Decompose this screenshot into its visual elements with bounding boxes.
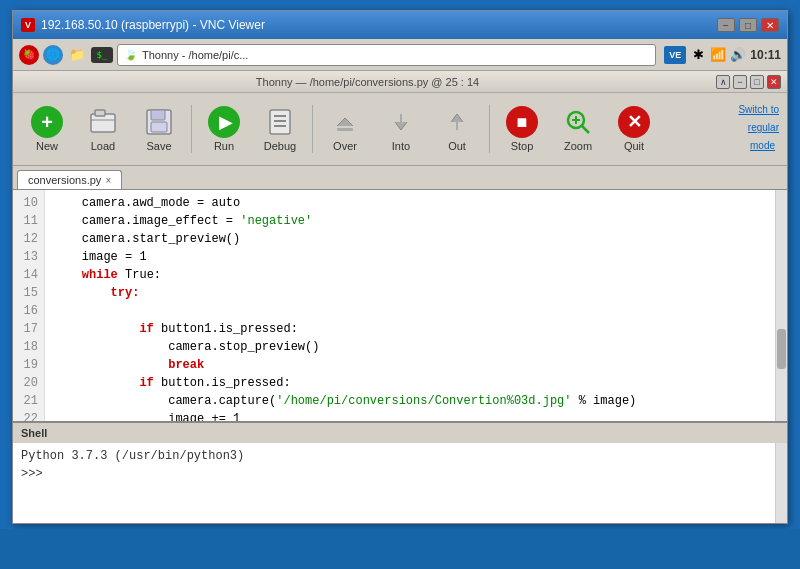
- scrollbar-thumb: [777, 329, 786, 369]
- out-button[interactable]: Out: [431, 97, 483, 161]
- vnc-tray-icon: VE: [664, 46, 686, 64]
- wifi-icon: 📶: [710, 47, 726, 63]
- switch-mode-link[interactable]: Switch to regular mode: [734, 102, 779, 153]
- into-label: Into: [392, 140, 410, 152]
- editor-area: 10 11 12 13 14 15 16 17 18 19 20 21 22 2…: [13, 190, 787, 421]
- over-icon: [329, 106, 361, 138]
- switch-mode-area: Switch to regular mode: [707, 93, 787, 159]
- over-label: Over: [333, 140, 357, 152]
- vnc-close-button[interactable]: ✕: [761, 18, 779, 32]
- vnc-icon: V: [21, 18, 35, 32]
- load-label: Load: [91, 140, 115, 152]
- volume-icon: 🔊: [730, 47, 746, 63]
- over-button[interactable]: Over: [319, 97, 371, 161]
- thonny-topbar: 🍓 🌐 📁 $_ 🍃 Thonny - /home/pi/c...: [13, 39, 787, 71]
- raspberry-icon: 🍓: [19, 45, 39, 65]
- new-button[interactable]: + New: [21, 97, 73, 161]
- shell-label: Shell: [21, 427, 47, 439]
- new-icon: +: [31, 106, 63, 138]
- svg-rect-9: [337, 128, 353, 131]
- debug-icon: [264, 106, 296, 138]
- quit-icon: ✕: [618, 106, 650, 138]
- win-taskbar: [0, 529, 800, 569]
- stop-label: Stop: [511, 140, 534, 152]
- thonny-minimize-button[interactable]: −: [733, 75, 747, 89]
- tab-close-button[interactable]: ×: [105, 175, 111, 186]
- load-icon: [87, 106, 119, 138]
- line-numbers: 10 11 12 13 14 15 16 17 18 19 20 21 22 2…: [13, 190, 45, 421]
- thonny-location-text: Thonny - /home/pi/c...: [142, 49, 248, 61]
- debug-button[interactable]: Debug: [254, 97, 306, 161]
- bluetooth-icon: ✱: [690, 47, 706, 63]
- out-label: Out: [448, 140, 466, 152]
- svg-rect-3: [151, 110, 165, 120]
- shell-area[interactable]: Python 3.7.3 (/usr/bin/python3) >>>: [13, 443, 787, 523]
- run-icon: ▶: [208, 106, 240, 138]
- file-tab[interactable]: conversions.py ×: [17, 170, 122, 189]
- save-label: Save: [146, 140, 171, 152]
- debug-label: Debug: [264, 140, 296, 152]
- thonny-up-button[interactable]: ∧: [716, 75, 730, 89]
- globe-icon: 🌐: [43, 45, 63, 65]
- thonny-window-controls: ∧ − □ ✕: [716, 75, 781, 89]
- into-icon: [385, 106, 417, 138]
- tab-filename: conversions.py: [28, 174, 101, 186]
- zoom-button[interactable]: Zoom: [552, 97, 604, 161]
- zoom-icon: [562, 106, 594, 138]
- folder-icon: 📁: [67, 45, 87, 65]
- run-button[interactable]: ▶ Run: [198, 97, 250, 161]
- vnc-title: 192.168.50.10 (raspberrypi) - VNC Viewer: [41, 18, 717, 32]
- run-label: Run: [214, 140, 234, 152]
- shell-scrollbar[interactable]: [775, 443, 787, 523]
- toolbar-divider-3: [489, 105, 490, 153]
- svg-line-11: [582, 126, 589, 133]
- stop-icon: ■: [506, 106, 538, 138]
- system-time: 10:11: [750, 48, 781, 62]
- quit-button[interactable]: ✕ Quit: [608, 97, 660, 161]
- svg-rect-1: [95, 110, 105, 116]
- vnc-minimize-button[interactable]: −: [717, 18, 735, 32]
- zoom-label: Zoom: [564, 140, 592, 152]
- save-button[interactable]: Save: [133, 97, 185, 161]
- thonny-topbar-right: VE ✱ 📶 🔊 10:11: [664, 46, 781, 64]
- thonny-title-text: Thonny — /home/pi/conversions.py @ 25 : …: [19, 76, 716, 88]
- load-button[interactable]: Load: [77, 97, 129, 161]
- code-editor[interactable]: camera.awd_mode = auto camera.image_effe…: [45, 190, 775, 421]
- thonny-window: 🍓 🌐 📁 $_ 🍃 Thonny - /home/pi/c...: [13, 39, 787, 523]
- quit-label: Quit: [624, 140, 644, 152]
- thonny-maximize-button[interactable]: □: [750, 75, 764, 89]
- into-button[interactable]: Into: [375, 97, 427, 161]
- tab-bar: conversions.py ×: [13, 166, 787, 190]
- shell-python-version: Python 3.7.3 (/usr/bin/python3): [21, 447, 779, 465]
- shell-header: Shell: [13, 421, 787, 443]
- stop-button[interactable]: ■ Stop: [496, 97, 548, 161]
- save-icon: [143, 106, 175, 138]
- editor-scrollbar[interactable]: [775, 190, 787, 421]
- out-icon: [441, 106, 473, 138]
- svg-rect-4: [151, 122, 167, 132]
- vnc-window: V 192.168.50.10 (raspberrypi) - VNC View…: [12, 10, 788, 524]
- thonny-titlebar: Thonny — /home/pi/conversions.py @ 25 : …: [13, 71, 787, 93]
- vnc-titlebar: V 192.168.50.10 (raspberrypi) - VNC View…: [13, 11, 787, 39]
- new-label: New: [36, 140, 58, 152]
- toolbar: + New Load Save: [13, 93, 707, 165]
- toolbar-divider-1: [191, 105, 192, 153]
- vnc-window-controls: − □ ✕: [717, 18, 779, 32]
- terminal-icon: $_: [91, 47, 113, 63]
- thonny-close-button[interactable]: ✕: [767, 75, 781, 89]
- toolbar-divider-2: [312, 105, 313, 153]
- shell-prompt: >>>: [21, 465, 779, 483]
- thonny-location-bar[interactable]: 🍃 Thonny - /home/pi/c...: [117, 44, 656, 66]
- vnc-maximize-button[interactable]: □: [739, 18, 757, 32]
